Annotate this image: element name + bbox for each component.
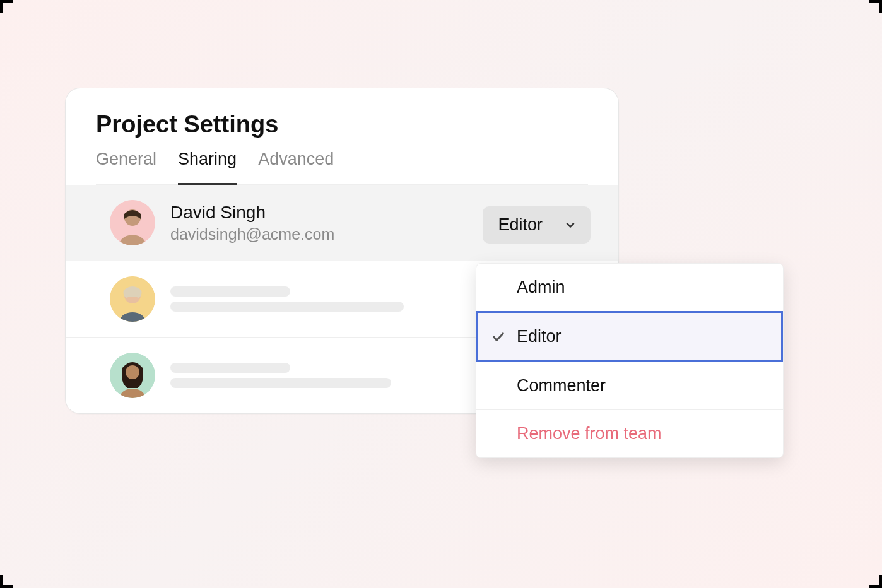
role-select[interactable]: Editor [483,206,591,244]
check-icon [491,330,505,344]
user-row: David Singh davidsingh@acme.com Editor [66,185,618,261]
tab-advanced[interactable]: Advanced [258,150,334,185]
corner-marker [869,0,882,13]
dropdown-option-commenter[interactable]: Commenter [476,362,783,409]
skeleton-line [170,378,391,388]
tab-sharing[interactable]: Sharing [178,150,237,185]
avatar [110,353,155,398]
role-dropdown: Admin Editor Commenter Remove from team [476,263,784,458]
tab-general[interactable]: General [96,150,156,185]
dropdown-option-editor[interactable]: Editor [476,311,783,362]
role-select-label: Editor [498,215,543,235]
page-title: Project Settings [96,111,588,138]
dropdown-option-label: Admin [517,278,565,297]
chevron-down-icon [564,219,577,232]
tabs: General Sharing Advanced [96,150,588,185]
avatar [110,200,155,245]
skeleton-line [170,363,290,373]
dropdown-remove-from-team[interactable]: Remove from team [476,410,783,457]
dropdown-option-label: Remove from team [517,424,662,444]
corner-marker [0,0,13,13]
dropdown-option-label: Commenter [517,376,606,396]
dropdown-option-admin[interactable]: Admin [476,264,783,311]
skeleton-line [170,302,404,312]
skeleton-line [170,286,290,297]
corner-marker [0,575,13,588]
avatar [110,276,155,322]
corner-marker [869,575,882,588]
card-header: Project Settings General Sharing Advance… [66,88,618,185]
svg-point-6 [126,365,139,379]
dropdown-option-label: Editor [517,327,562,346]
